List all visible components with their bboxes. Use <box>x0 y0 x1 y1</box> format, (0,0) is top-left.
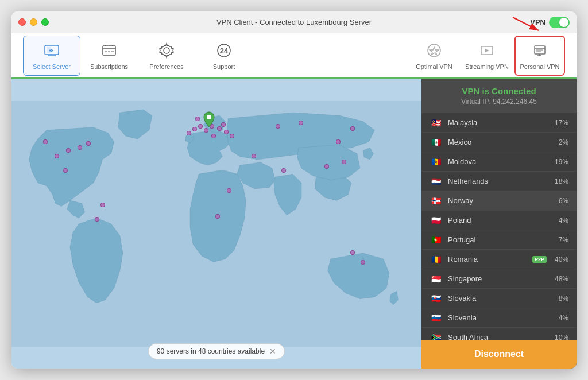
tab-support[interactable]: 24 Support <box>195 36 253 76</box>
country-name: Norway <box>448 196 550 205</box>
map-dot-eu9 <box>211 134 216 138</box>
map-dot-eu6 <box>217 126 222 131</box>
country-flag: 🇳🇱 <box>430 177 442 185</box>
personal-vpn-label: Personal VPN <box>520 63 559 70</box>
country-flag: 🇵🇹 <box>430 235 442 244</box>
country-name: Poland <box>448 216 550 224</box>
map-pin-luxembourg <box>202 111 216 128</box>
country-name: Malaysia <box>448 118 550 127</box>
country-name: Slovenia <box>448 313 550 322</box>
map-dot-sa1 <box>100 203 105 207</box>
connection-status: VPN is Connected Virtual IP: 94.242.246.… <box>421 79 577 113</box>
list-item[interactable]: 🇲🇽Mexico2% <box>421 133 577 152</box>
map-dot-eu2 <box>192 127 197 131</box>
svg-rect-9 <box>111 51 114 52</box>
country-flag: 🇵🇱 <box>430 216 442 224</box>
svg-rect-7 <box>105 51 107 52</box>
optimal-vpn-icon <box>425 41 443 60</box>
preferences-icon <box>157 41 176 60</box>
map-dot-na1 <box>43 139 48 144</box>
country-name: Singapore <box>448 274 550 283</box>
p2p-badge: P2P <box>532 256 547 263</box>
list-item[interactable]: 🇲🇾Malaysia17% <box>421 113 577 133</box>
server-load: 10% <box>550 334 568 340</box>
list-item[interactable]: 🇿🇦South Africa10% <box>421 328 577 340</box>
country-flag: 🇸🇬 <box>430 274 442 283</box>
country-flag: 🇸🇰 <box>430 294 442 303</box>
toolbar: Select Server Subscriptions <box>11 33 577 79</box>
vpn-status-text: VPN is Connected <box>431 86 567 96</box>
tab-subscriptions[interactable]: Subscriptions <box>80 36 138 76</box>
map-dot-af1 <box>215 214 220 219</box>
support-label: Support <box>213 63 235 70</box>
svg-point-26 <box>207 115 211 119</box>
map-dot-as7 <box>299 121 303 125</box>
personal-vpn-icon <box>531 41 549 60</box>
map-dot-na4 <box>78 145 82 150</box>
map-dot-eu8 <box>224 130 229 134</box>
map-dot-na5 <box>86 141 91 146</box>
country-flag: 🇳🇴 <box>430 196 442 205</box>
minimize-button[interactable] <box>30 18 37 26</box>
disconnect-button[interactable]: Disconnect <box>421 340 577 369</box>
map-dot-eu10 <box>230 134 234 138</box>
server-count-badge: 90 servers in 48 countries available ✕ <box>148 343 285 359</box>
vpn-toggle[interactable] <box>549 17 570 28</box>
server-load: 48% <box>550 275 568 283</box>
list-item[interactable]: 🇷🇴RomaniaP2P40% <box>421 250 577 269</box>
tab-personal-vpn[interactable]: Personal VPN <box>514 36 565 76</box>
toolbar-right: Optimal VPN Streaming VPN <box>409 36 565 76</box>
tab-select-server[interactable]: Select Server <box>23 36 80 76</box>
svg-marker-16 <box>430 47 439 55</box>
subscriptions-icon <box>100 41 118 60</box>
list-item[interactable]: 🇸🇮Slovenia4% <box>421 308 577 328</box>
main-area: 90 servers in 48 countries available ✕ V… <box>11 79 577 369</box>
country-name: Netherlands <box>448 177 550 185</box>
svg-point-12 <box>164 48 169 53</box>
server-list: 🇲🇾Malaysia17%🇲🇽Mexico2%🇲🇩Moldova19%🇳🇱Net… <box>421 113 577 340</box>
map-dot-as1 <box>281 168 286 173</box>
country-name: Portugal <box>448 235 550 244</box>
country-name: Moldova <box>448 157 550 166</box>
server-load: 17% <box>550 119 568 127</box>
list-item[interactable]: 🇳🇱Netherlands18% <box>421 172 577 191</box>
map-dot-as5 <box>350 126 355 131</box>
map-dot-eu7 <box>221 122 226 127</box>
country-name: South Africa <box>448 333 550 340</box>
country-flag: 🇷🇴 <box>430 255 442 263</box>
maximize-button[interactable] <box>41 18 49 26</box>
select-server-label: Select Server <box>33 63 71 70</box>
server-load: 8% <box>550 294 568 303</box>
list-item[interactable]: 🇵🇹Portugal7% <box>421 230 577 250</box>
streaming-vpn-icon <box>478 41 496 60</box>
country-name: Slovakia <box>448 294 550 303</box>
list-item[interactable]: 🇲🇩Moldova19% <box>421 152 577 172</box>
svg-marker-18 <box>485 49 489 52</box>
map-dot-na3 <box>66 148 71 153</box>
right-panel: VPN is Connected Virtual IP: 94.242.246.… <box>421 79 577 369</box>
tab-optimal-vpn[interactable]: Optimal VPN <box>409 36 459 76</box>
main-window: VPN Client - Connected to Luxembourg Ser… <box>11 11 577 369</box>
map-dot-as4 <box>342 160 346 164</box>
list-item[interactable]: 🇸🇬Singapore48% <box>421 269 577 289</box>
vpn-text-label: VPN <box>530 18 546 26</box>
title-bar-right: VPN <box>530 17 570 28</box>
traffic-lights <box>18 18 49 26</box>
tab-streaming-vpn[interactable]: Streaming VPN <box>462 36 512 76</box>
server-load: 7% <box>550 236 568 244</box>
streaming-vpn-label: Streaming VPN <box>465 63 509 70</box>
list-item[interactable]: 🇸🇰Slovakia8% <box>421 289 577 308</box>
badge-close-button[interactable]: ✕ <box>269 347 276 356</box>
map-container: 90 servers in 48 countries available ✕ <box>11 79 421 369</box>
server-load: 6% <box>550 197 568 205</box>
window-title: VPN Client - Connected to Luxembourg Ser… <box>216 18 372 26</box>
svg-rect-8 <box>108 51 110 52</box>
tab-preferences[interactable]: Preferences <box>138 36 195 76</box>
map-dot-as3 <box>336 139 341 144</box>
close-button[interactable] <box>18 18 26 26</box>
list-item[interactable]: 🇳🇴Norway6% <box>421 191 577 211</box>
list-item[interactable]: 🇵🇱Poland4% <box>421 211 577 230</box>
preferences-label: Preferences <box>149 63 183 70</box>
svg-text:24: 24 <box>220 46 229 55</box>
server-load: 40% <box>550 255 568 263</box>
